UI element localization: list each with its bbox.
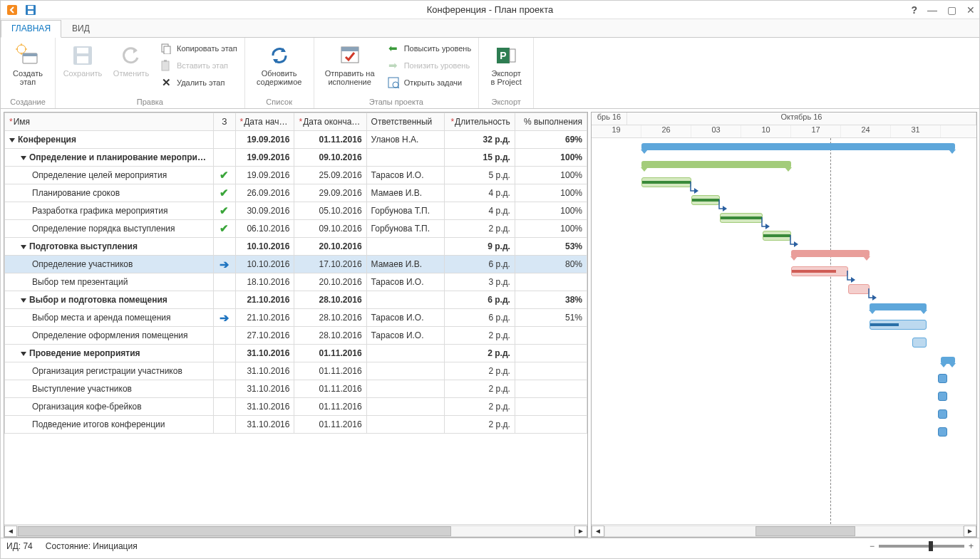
table-row[interactable]: Выступление участников31.10.201601.11.20… [5, 380, 587, 398]
undo-button[interactable]: Отменить [108, 41, 154, 80]
tab-view[interactable]: ВИД [61, 20, 100, 38]
table-row[interactable]: Организация регистрации участников31.10.… [5, 362, 587, 380]
table-row[interactable]: Определение порядка выступления✔06.10.20… [5, 220, 587, 238]
task-bar[interactable] [791, 266, 848, 276]
gantt-row [592, 387, 976, 405]
ribbon-group-stages: Отправить на исполнение ⬅Повысить уровен… [314, 38, 480, 108]
open-tasks-button[interactable]: Открыть задачи [384, 75, 475, 90]
col-pct[interactable]: % выполнения [515, 113, 587, 131]
copy-label: Копировать этап [177, 44, 237, 53]
tab-main[interactable]: ГЛАВНАЯ [1, 20, 61, 38]
gantt-scrollbar[interactable]: ◄ ► [592, 524, 976, 537]
send-execute-button[interactable]: Отправить на исполнение [319, 41, 381, 89]
task-bar[interactable] [691, 195, 720, 205]
delete-stage-button[interactable]: ✕Удалить этап [157, 75, 240, 90]
export-project-button[interactable]: P Экспорт в Project [483, 41, 529, 89]
refresh-icon [267, 43, 292, 68]
timeline-header: брь 16 Октябрь 16 19260310172431 [592, 113, 976, 138]
maximize-button[interactable]: ▢ [947, 4, 956, 16]
table-row[interactable]: Организация кофе-брейков31.10.201601.11.… [5, 398, 587, 416]
table-row[interactable]: Выбор места и аренда помещения➔21.10.201… [5, 309, 587, 327]
export-label: Экспорт в Project [491, 69, 522, 86]
ribbon-group-create: Создать этап Создание [1, 38, 56, 108]
save-label: Сохранить [63, 69, 103, 78]
zoom-control[interactable]: − + [870, 541, 974, 551]
help-button[interactable]: ? [911, 4, 917, 16]
table-row[interactable]: Определение целей мероприятия✔19.09.2016… [5, 167, 587, 184]
task-grid[interactable]: Имя З Дата начала Дата окончания Ответст… [4, 113, 587, 434]
table-row[interactable]: Определение и планирование мероприятия19… [5, 149, 587, 167]
table-row[interactable]: Планирование сроков✔26.09.201629.09.2016… [5, 184, 587, 202]
zoom-slider[interactable] [879, 545, 964, 548]
open-tasks-label: Открыть задачи [404, 78, 463, 87]
task-bar[interactable] [848, 284, 870, 294]
task-bar[interactable] [720, 213, 763, 223]
level-up-button[interactable]: ⬅Повысить уровень [384, 41, 475, 56]
task-bar[interactable] [763, 231, 791, 241]
table-row[interactable]: Подведение итогов конференции31.10.20160… [5, 416, 587, 434]
table-row[interactable]: Выбор тем презентаций18.10.201620.10.201… [5, 273, 587, 291]
grid-scrollbar[interactable]: ◄ ► [4, 524, 587, 537]
table-row[interactable]: Определение оформления помещения27.10.20… [5, 327, 587, 345]
content-area: Имя З Дата начала Дата окончания Ответст… [1, 109, 979, 538]
copy-stage-button[interactable]: Копировать этап [157, 41, 240, 56]
project-icon: P [494, 43, 518, 68]
col-start[interactable]: Дата начала [235, 113, 294, 131]
table-row[interactable]: Проведение мероприятия31.10.201601.11.20… [5, 345, 587, 362]
paste-icon [160, 59, 172, 72]
summary-bar[interactable] [641, 161, 791, 168]
milestone[interactable] [938, 392, 947, 401]
gantt-row [592, 263, 976, 281]
group-caption-edit: Правка [60, 96, 240, 108]
task-bar[interactable] [912, 338, 927, 348]
col-resp[interactable]: Ответственный [366, 113, 444, 131]
gantt-row [592, 298, 976, 316]
summary-bar[interactable] [791, 250, 870, 257]
summary-bar[interactable] [941, 357, 955, 364]
gantt-body[interactable] [592, 138, 976, 524]
svg-rect-0 [7, 5, 17, 15]
table-row[interactable]: Подготовка выступления10.10.201620.10.20… [5, 238, 587, 256]
col-dur[interactable]: Длительность [444, 113, 515, 131]
summary-bar[interactable] [641, 143, 955, 150]
svg-text:P: P [500, 50, 506, 61]
svg-rect-17 [164, 60, 167, 62]
task-bar[interactable] [870, 320, 927, 330]
summary-bar[interactable] [870, 303, 927, 310]
svg-rect-2 [28, 6, 33, 9]
qat-save-icon[interactable] [24, 3, 38, 17]
col-name[interactable]: Имя [5, 113, 214, 131]
qat-app-icon[interactable] [5, 3, 19, 17]
level-down-button[interactable]: ➡Понизить уровень [384, 58, 475, 73]
svg-point-4 [17, 45, 26, 53]
table-row[interactable]: Конференция19.09.201601.11.2016Уланов Н.… [5, 131, 587, 149]
group-caption-stages: Этапы проекта [319, 96, 475, 108]
create-stage-icon [16, 43, 40, 68]
ribbon-group-edit: Сохранить Отменить Копировать этап Встав… [56, 38, 245, 108]
scroll-left-button[interactable]: ◄ [4, 526, 17, 537]
col-status[interactable]: З [214, 113, 235, 131]
col-end[interactable]: Дата окончания [294, 113, 366, 131]
table-row[interactable]: Выбор и подготовка помещения21.10.201628… [5, 291, 587, 309]
refresh-button[interactable]: Обновить содержимое [249, 41, 309, 89]
minimize-button[interactable]: — [927, 4, 937, 16]
zoom-in-button[interactable]: + [969, 541, 974, 551]
gantt-scroll-left[interactable]: ◄ [592, 526, 604, 537]
gantt-scroll-right[interactable]: ► [964, 526, 976, 537]
undo-icon [119, 43, 143, 68]
paste-stage-button[interactable]: Вставить этап [157, 58, 240, 73]
save-button[interactable]: Сохранить [60, 41, 105, 80]
milestone[interactable] [938, 427, 947, 437]
month-oct: Октябрь 16 [627, 113, 976, 125]
task-bar[interactable] [641, 177, 691, 187]
table-row[interactable]: Определение участников➔10.10.201617.10.2… [5, 256, 587, 273]
paste-label: Вставить этап [177, 61, 228, 70]
milestone[interactable] [938, 374, 947, 383]
milestone[interactable] [938, 409, 947, 419]
create-stage-button[interactable]: Создать этап [5, 41, 51, 89]
scroll-right-button[interactable]: ► [574, 526, 587, 537]
close-button[interactable]: ✕ [966, 4, 975, 16]
svg-line-22 [398, 87, 399, 88]
table-row[interactable]: Разработка графика мероприятия✔30.09.201… [5, 202, 587, 220]
zoom-out-button[interactable]: − [870, 541, 875, 551]
